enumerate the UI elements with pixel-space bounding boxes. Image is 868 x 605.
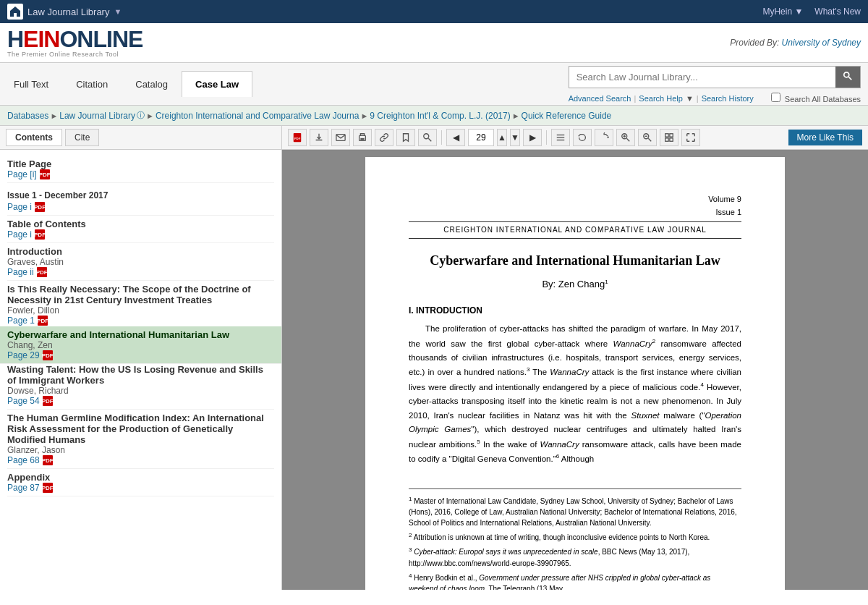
search-history-link[interactable]: Search History [702,94,754,103]
toc-item-4-title: Wasting Talent: How the US Is Losing Rev… [7,364,274,386]
tab-citation[interactable]: Citation [62,71,122,97]
zoom-out-icon [642,132,652,143]
main-content: Contents Cite Title Page Page [i] PDF Is… [0,126,868,590]
pdf-icon-2: PDF [38,316,48,326]
toc-item-6-page[interactable]: Page 87 PDF [7,483,274,493]
left-toolbar: Contents Cite [0,126,281,150]
toc-title-page-page[interactable]: Page [i] PDF [7,169,274,179]
list-view-btn[interactable] [551,129,570,146]
cite-tab[interactable]: Cite [65,129,99,146]
toc-issue-page[interactable]: Page i PDF [7,202,274,212]
pdf-icon-1: PDF [37,267,47,277]
top-bar-right: MyHein ▼ What's New [762,7,861,17]
sep-1 [441,130,442,145]
zoom-out-btn[interactable] [638,129,657,146]
app-name: Law Journal Library [27,7,109,17]
toc-item-1-title: Introduction [7,246,274,257]
email-icon [336,132,346,143]
svg-line-17 [648,138,651,141]
hein-ein: EIN [23,26,59,52]
toc-item-1-page[interactable]: Page ii PDF [7,267,274,277]
toc-item-1: Introduction Graves, Austin Page ii PDF [7,243,274,281]
search-input[interactable] [569,67,835,87]
doc-body: The proliferation of cyber-attacks has s… [409,322,741,467]
toc-issue-header: Issue 1 - December 2017 Page i PDF [7,183,274,216]
svg-text:PDF: PDF [294,137,301,140]
tab-catalog[interactable]: Catalog [122,71,182,97]
toc-item-0: Table of Contents Page i PDF [7,216,274,243]
redo-btn[interactable] [595,129,613,146]
hein-online-text: ONLINE [59,26,142,52]
next-page-btn[interactable]: ▶ [523,129,542,146]
tab-full-text[interactable]: Full Text [0,71,62,97]
breadcrumb-databases[interactable]: Databases [7,111,48,121]
zoom-in-icon [621,132,631,143]
contents-tab[interactable]: Contents [6,129,62,146]
search-button[interactable] [835,67,860,88]
search-all-checkbox[interactable] [771,93,780,102]
toc-item-0-title: Table of Contents [7,219,274,229]
search-doc-btn[interactable] [418,129,437,146]
more-like-this-btn[interactable]: More Like This [788,130,862,145]
page-up-btn[interactable]: ▲ [497,129,507,146]
svg-rect-20 [670,134,673,137]
page-number-input[interactable] [468,129,494,146]
pdf-icon-issue: PDF [35,202,45,212]
hein-logo-subtitle: The Premier Online Research Tool [7,51,119,58]
email-btn[interactable] [331,129,350,146]
breadcrumb: Databases ► Law Journal Library ⓘ ► Crei… [0,106,868,126]
toc-item-0-page[interactable]: Page i PDF [7,229,274,240]
breadcrumb-creighton[interactable]: Creighton International and Comparative … [156,111,359,121]
toc-item-3-page[interactable]: Page 29 PDF [7,350,274,360]
document-page: Volume 9 Issue 1 CREIGHTON INTERNATIONAL… [365,157,785,590]
toc-item-2-page[interactable]: Page 1 PDF [7,316,274,326]
app-dropdown[interactable]: ▼ [114,7,122,16]
bookmark-btn[interactable] [396,129,415,146]
toc-item-title-page: Title Page Page [i] PDF [7,156,274,183]
link-btn[interactable] [375,129,393,146]
prev-page-btn[interactable]: ◀ [446,129,465,146]
search-input-wrapper [569,66,861,88]
svg-point-0 [844,72,849,77]
hein-h: H [7,26,23,52]
info-icon[interactable]: ⓘ [137,110,145,121]
hein-logo-text: HEINONLINE [7,28,142,51]
toc-title-page-label: Title Page [7,158,274,169]
fullscreen-btn[interactable] [681,129,700,146]
advanced-search-link[interactable]: Advanced Search [569,94,631,103]
toc-item-2: Is This Really Necessary: The Scope of t… [7,281,274,329]
search-doc-icon [422,132,433,143]
link-icon [379,132,389,143]
breadcrumb-volume[interactable]: 9 Creighton Int'l & Comp. L.J. (2017) [370,111,510,121]
fullscreen-icon [686,132,696,143]
doc-author: By: Zen Chang1 [409,277,741,292]
page-down-btn[interactable]: ▼ [510,129,520,146]
pdf-icon-4: PDF [43,396,53,406]
doc-vol-issue: Volume 9 Issue 1 [409,193,741,219]
search-help-link[interactable]: Search Help [639,94,683,103]
undo-btn[interactable] [573,129,592,146]
pdf-download-btn[interactable]: PDF [288,129,307,146]
toc-item-2-title: Is This Really Necessary: The Scope of t… [7,284,274,305]
myhein-button[interactable]: MyHein ▼ [762,7,803,17]
print-btn[interactable] [353,129,372,146]
toc-item-5: The Human Germline Modification Index: A… [7,410,274,469]
pdf-icon-3: PDF [43,350,53,360]
toc-item-4-page[interactable]: Page 54 PDF [7,396,274,406]
breadcrumb-quick-ref[interactable]: Quick Reference Guide [522,111,612,121]
tab-case-law[interactable]: Case Law [182,71,252,97]
home-icon[interactable] [7,4,23,20]
toc-item-2-author: Fowler, Dillon [7,305,274,316]
breadcrumb-law-journal[interactable]: Law Journal Library [59,111,135,121]
print-icon [357,132,367,143]
grid-view-btn[interactable] [660,129,678,146]
download-btn[interactable] [310,129,328,146]
bookmark-icon [401,132,411,143]
pdf-icon-0: PDF [35,229,45,240]
toc-item-5-page[interactable]: Page 68 PDF [7,455,274,465]
toc-item-5-author: Glanzer, Jason [7,445,274,455]
help-dropdown-icon[interactable]: ▼ [686,94,694,103]
toc-item-3: Cyberwarfare and International Humanitar… [0,326,281,364]
zoom-in-btn[interactable] [616,129,635,146]
whats-new-button[interactable]: What's New [814,7,861,17]
